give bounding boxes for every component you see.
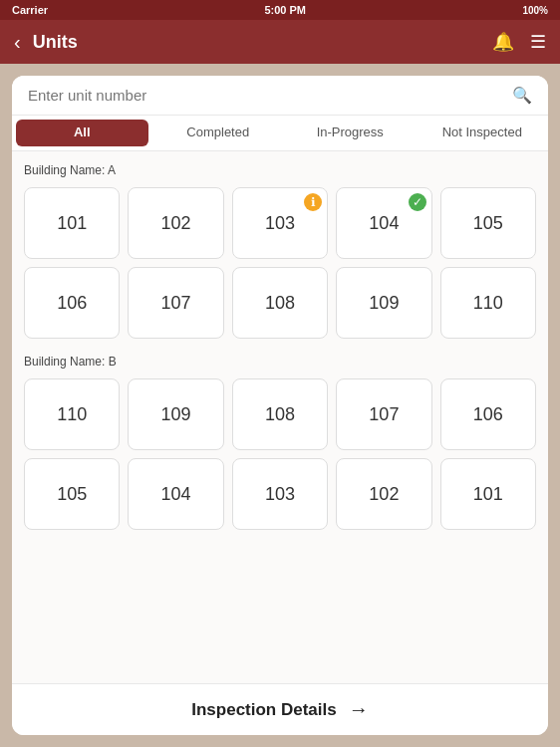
unit-cell[interactable]: 110	[440, 267, 536, 339]
filter-tabs: All Completed In-Progress Not Inspected	[12, 116, 548, 151]
bottom-bar[interactable]: Inspection Details →	[12, 683, 548, 735]
battery-label: 100%	[522, 5, 548, 16]
tab-not-inspected[interactable]: Not Inspected	[417, 116, 549, 150]
unit-cell[interactable]: 105	[440, 187, 536, 259]
arrow-icon: →	[349, 698, 369, 721]
unit-cell[interactable]: 104	[128, 458, 223, 530]
unit-cell[interactable]: 106	[440, 378, 536, 450]
back-button[interactable]: ‹	[14, 31, 21, 54]
unit-cell[interactable]: 103	[232, 458, 328, 530]
building-b-label: Building Name: B	[24, 353, 536, 371]
menu-icon[interactable]: ☰	[530, 31, 546, 53]
page-title: Units	[33, 32, 480, 53]
warning-badge: ℹ	[304, 193, 322, 211]
building-b-section: Building Name: B 110 109 108 107 106	[24, 353, 536, 530]
unit-cell[interactable]: 109	[336, 267, 431, 339]
unit-cell[interactable]: 107	[128, 267, 223, 339]
unit-cell[interactable]: 109	[128, 378, 223, 450]
building-b-grid: 110 109 108 107 106 105	[24, 378, 536, 530]
success-badge: ✓	[409, 193, 426, 211]
notification-icon[interactable]: 🔔	[492, 31, 514, 53]
time-label: 5:00 PM	[48, 4, 522, 16]
battery-indicator: 100%	[522, 5, 548, 16]
search-icon: 🔍	[512, 86, 532, 105]
unit-cell[interactable]: 101	[24, 187, 120, 259]
unit-cell[interactable]: 103 ℹ	[232, 187, 328, 259]
tab-in-progress[interactable]: In-Progress	[284, 116, 417, 150]
unit-cell[interactable]: 107	[336, 378, 431, 450]
unit-cell[interactable]: 102	[128, 187, 223, 259]
search-input[interactable]	[28, 87, 512, 104]
carrier-label: Carrier	[12, 4, 48, 16]
inspection-details-label: Inspection Details	[191, 700, 336, 720]
content-scroll[interactable]: Building Name: A 101 102 103 ℹ 104 ✓	[12, 151, 548, 683]
unit-cell[interactable]: 108	[232, 267, 328, 339]
unit-cell[interactable]: 110	[24, 378, 120, 450]
unit-cell[interactable]: 106	[24, 267, 120, 339]
building-a-grid: 101 102 103 ℹ 104 ✓ 105 106	[24, 187, 536, 339]
unit-cell[interactable]: 108	[232, 378, 328, 450]
status-bar: Carrier 5:00 PM 100%	[0, 0, 560, 20]
building-a-section: Building Name: A 101 102 103 ℹ 104 ✓	[24, 161, 536, 339]
unit-cell[interactable]: 105	[24, 458, 120, 530]
tab-all[interactable]: All	[16, 120, 148, 146]
unit-cell[interactable]: 104 ✓	[336, 187, 431, 259]
main-card: 🔍 All Completed In-Progress Not Inspecte…	[12, 76, 548, 735]
header: ‹ Units 🔔 ☰	[0, 20, 560, 64]
header-actions: 🔔 ☰	[492, 31, 546, 53]
building-a-label: Building Name: A	[24, 161, 536, 179]
tab-completed[interactable]: Completed	[152, 116, 285, 150]
unit-cell[interactable]: 102	[336, 458, 431, 530]
unit-cell[interactable]: 101	[440, 458, 536, 530]
search-bar: 🔍	[12, 76, 548, 116]
